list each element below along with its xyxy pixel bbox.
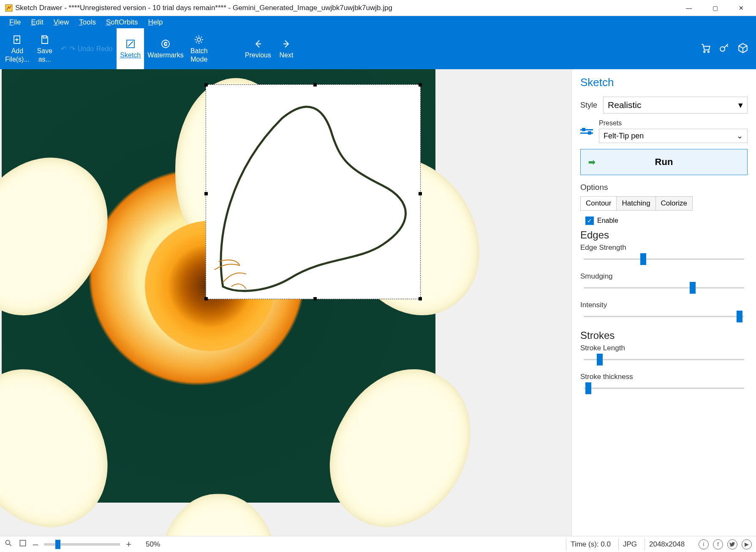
undo-redo-group: ↶ ↷ Undo Redo [57,28,117,69]
status-dimensions: 2048x2048 [645,538,691,551]
previous-button[interactable]: Previous [242,28,275,69]
adjust-presets-icon[interactable] [580,125,593,138]
svg-rect-14 [20,540,25,546]
tab-colorize[interactable]: Colorize [656,197,692,210]
menu-edit[interactable]: Edit [26,17,48,27]
titlebar: Sketch Drawer - ****Unregistered version… [0,0,756,16]
gear-icon [193,34,204,45]
watermarks-button[interactable]: C Watermarks [144,28,187,69]
stroke-thickness-slider[interactable] [584,384,744,392]
stroke-length-slider[interactable] [584,356,744,363]
svg-point-8 [197,38,201,41]
status-bar: – + 50% Time (s): 0.0 JPG 2048x2048 i f … [0,536,756,552]
batch-mode-label: BatchMode [190,47,208,64]
stroke-length-label: Stroke Length [580,344,748,352]
menu-tools[interactable]: Tools [74,17,101,27]
presets-label: Presets [599,119,748,127]
watermark-icon: C [160,38,171,49]
tab-hatching[interactable]: Hatching [617,197,655,210]
minimize-button[interactable]: — [676,0,702,16]
add-files-label: AddFile(s)... [5,47,30,64]
status-format: JPG [618,538,641,551]
next-button[interactable]: Next [275,28,298,69]
twitter-icon[interactable] [727,539,737,549]
edge-strength-label: Edge Strength [580,244,748,252]
zoom-in-button[interactable]: + [126,539,131,550]
style-value: Realistic [608,100,641,110]
svg-point-10 [708,51,709,52]
sketch-preview-selection[interactable] [206,84,421,299]
panel-title: Sketch [580,76,748,89]
options-label: Options [580,183,748,192]
smudging-slider[interactable] [584,284,744,292]
menu-file[interactable]: File [4,17,26,27]
undo-label[interactable]: Undo [78,45,94,53]
canvas-area[interactable] [0,69,571,536]
svg-point-9 [704,51,705,52]
svg-text:C: C [164,42,167,46]
sketch-label: Sketch [120,51,141,60]
svg-point-12 [5,540,10,544]
redo-icon[interactable]: ↷ [70,45,75,53]
enable-label: Enable [597,217,618,225]
zoom-slider[interactable] [44,543,120,546]
menu-view[interactable]: View [49,17,74,27]
strokes-header: Strokes [580,330,748,341]
previous-icon [253,38,264,49]
presets-select[interactable]: Felt-Tip pen ⌄ [599,129,748,143]
redo-label[interactable]: Redo [96,45,112,53]
save-icon [39,34,50,45]
previous-label: Previous [245,51,271,60]
smudging-label: Smudging [580,272,748,281]
undo-icon[interactable]: ↶ [61,45,66,53]
info-icon[interactable]: i [699,539,709,549]
fit-screen-icon[interactable] [19,539,27,549]
key-icon[interactable] [719,43,730,55]
zoom-percentage: 50% [146,540,160,549]
menu-help[interactable]: Help [143,17,168,27]
chevron-down-icon: ⌄ [737,131,743,141]
presets-value: Felt-Tip pen [604,132,644,141]
zoom-fit-icon[interactable] [4,539,13,549]
menu-softorbits[interactable]: SoftOrbits [101,17,143,27]
app-icon [5,4,13,12]
style-select[interactable]: Realistic ▾ [603,97,748,114]
run-arrow-icon: ➡ [588,157,596,167]
edges-header: Edges [580,229,748,241]
menubar: File Edit View Tools SoftOrbits Help [0,16,756,28]
run-button[interactable]: ➡ Run [580,149,748,175]
run-label: Run [655,157,673,168]
svg-line-13 [10,544,11,546]
facebook-icon[interactable]: f [713,539,723,549]
add-file-icon [12,34,23,45]
watermarks-label: Watermarks [147,51,184,60]
close-button[interactable]: ✕ [728,0,754,16]
stroke-thickness-label: Stroke thickness [580,373,748,381]
edge-strength-slider[interactable] [584,255,744,263]
style-label: Style [580,101,597,110]
save-as-button[interactable]: Saveas... [33,28,57,69]
sketch-options-panel: Sketch Style Realistic ▾ Presets Felt-Ti… [571,69,756,536]
chevron-down-icon: ▾ [738,100,743,110]
next-icon [281,38,292,49]
cart-icon[interactable] [700,43,711,55]
svg-rect-4 [43,36,46,38]
save-as-label: Saveas... [37,47,52,64]
add-files-button[interactable]: AddFile(s)... [2,28,33,69]
batch-mode-button[interactable]: BatchMode [187,28,211,69]
sketch-icon [125,38,136,49]
maximize-button[interactable]: ▢ [702,0,728,16]
zoom-out-button[interactable]: – [33,539,38,550]
window-title: Sketch Drawer - ****Unregistered version… [15,4,392,12]
package-icon[interactable] [737,43,748,55]
next-label: Next [280,51,294,60]
enable-checkbox[interactable]: ✓ [585,216,594,225]
intensity-slider[interactable] [584,313,744,320]
intensity-label: Intensity [580,301,748,309]
ribbon-toolbar: AddFile(s)... Saveas... ↶ ↷ Undo Redo Sk… [0,28,756,69]
sketch-mode-button[interactable]: Sketch [117,28,144,69]
youtube-icon[interactable]: ▶ [742,539,752,549]
options-tabs: Contour Hatching Colorize [580,196,693,211]
status-time: Time (s): 0.0 [566,538,615,551]
tab-contour[interactable]: Contour [581,197,617,210]
